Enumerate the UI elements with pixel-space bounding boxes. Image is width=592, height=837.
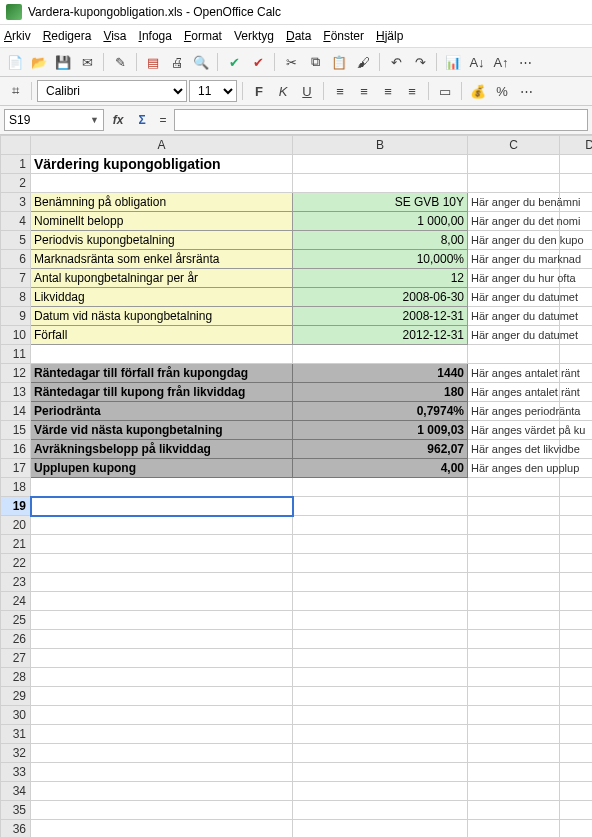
cell[interactable] xyxy=(293,687,468,706)
row-header[interactable]: 25 xyxy=(1,611,31,630)
cell[interactable] xyxy=(560,649,593,668)
cell[interactable]: 12 xyxy=(293,269,468,288)
cell[interactable]: SE GVB 10Y xyxy=(293,193,468,212)
cell[interactable]: Antal kupongbetalningar per år xyxy=(31,269,293,288)
cell[interactable] xyxy=(560,668,593,687)
cell[interactable]: Här anges antalet ränt xyxy=(468,364,560,383)
cell[interactable] xyxy=(560,611,593,630)
cell[interactable] xyxy=(560,820,593,838)
cell[interactable]: Här anges det likvidbe xyxy=(468,440,560,459)
corner-cell[interactable] xyxy=(1,136,31,155)
cell[interactable] xyxy=(31,782,293,801)
underline-button[interactable]: U xyxy=(296,80,318,102)
cell[interactable] xyxy=(560,478,593,497)
cell[interactable] xyxy=(31,174,293,193)
cell[interactable] xyxy=(468,478,560,497)
cell[interactable] xyxy=(31,573,293,592)
cell[interactable]: Avräkningsbelopp på likviddag xyxy=(31,440,293,459)
cell[interactable]: Här anges den upplup xyxy=(468,459,560,478)
cell[interactable] xyxy=(560,801,593,820)
cell[interactable] xyxy=(293,630,468,649)
cell[interactable] xyxy=(468,668,560,687)
cell[interactable] xyxy=(293,706,468,725)
row-header[interactable]: 12 xyxy=(1,364,31,383)
col-header-b[interactable]: B xyxy=(293,136,468,155)
email-button[interactable]: ✉ xyxy=(76,51,98,73)
cell[interactable]: Förfall xyxy=(31,326,293,345)
cell[interactable] xyxy=(468,155,560,174)
row-header[interactable]: 15 xyxy=(1,421,31,440)
cell[interactable]: 4,00 xyxy=(293,459,468,478)
name-box[interactable]: S19 ▼ xyxy=(4,109,104,131)
cell[interactable]: Upplupen kupong xyxy=(31,459,293,478)
menu-file[interactable]: Arkiv xyxy=(4,29,31,43)
row-header[interactable]: 36 xyxy=(1,820,31,838)
cell[interactable]: 2008-06-30 xyxy=(293,288,468,307)
namebox-dropdown-icon[interactable]: ▼ xyxy=(90,115,99,125)
cell[interactable] xyxy=(468,592,560,611)
cell[interactable]: 1 009,03 xyxy=(293,421,468,440)
cell[interactable] xyxy=(468,630,560,649)
new-doc-button[interactable]: 📄 xyxy=(4,51,26,73)
paste-button[interactable]: 📋 xyxy=(328,51,350,73)
row-header[interactable]: 33 xyxy=(1,763,31,782)
row-header[interactable]: 17 xyxy=(1,459,31,478)
cell[interactable] xyxy=(468,820,560,838)
row-header[interactable]: 20 xyxy=(1,516,31,535)
cell[interactable] xyxy=(468,497,560,516)
cell[interactable] xyxy=(468,516,560,535)
menu-tools[interactable]: Verktyg xyxy=(234,29,274,43)
cell[interactable] xyxy=(293,497,468,516)
cell[interactable]: Benämning på obligation xyxy=(31,193,293,212)
row-header[interactable]: 9 xyxy=(1,307,31,326)
col-header-d[interactable]: D xyxy=(560,136,593,155)
cell[interactable] xyxy=(31,687,293,706)
cell[interactable] xyxy=(468,649,560,668)
cell[interactable] xyxy=(31,763,293,782)
row-header[interactable]: 21 xyxy=(1,535,31,554)
cell[interactable] xyxy=(560,155,593,174)
cell[interactable] xyxy=(31,497,293,516)
cell[interactable]: Här anges värdet på ku xyxy=(468,421,560,440)
cell[interactable] xyxy=(468,801,560,820)
font-size-select[interactable]: 11 xyxy=(189,80,237,102)
row-header[interactable]: 3 xyxy=(1,193,31,212)
sheet-area[interactable]: A B C D 1Värdering kupongobligation23Ben… xyxy=(0,135,592,837)
cell[interactable]: Här anger du datumet xyxy=(468,288,560,307)
italic-button[interactable]: K xyxy=(272,80,294,102)
cell[interactable] xyxy=(468,687,560,706)
cell[interactable]: Här anger du marknad xyxy=(468,250,560,269)
cell[interactable] xyxy=(31,820,293,838)
sort-desc-button[interactable]: A↑ xyxy=(490,51,512,73)
function-eq-button[interactable]: = xyxy=(156,113,170,127)
row-header[interactable]: 30 xyxy=(1,706,31,725)
export-pdf-button[interactable]: ▤ xyxy=(142,51,164,73)
cell[interactable]: 0,7974% xyxy=(293,402,468,421)
cell[interactable] xyxy=(468,573,560,592)
cell[interactable] xyxy=(31,345,293,364)
cell[interactable]: Värde vid nästa kupongbetalning xyxy=(31,421,293,440)
menu-format[interactable]: Format xyxy=(184,29,222,43)
cell[interactable] xyxy=(293,516,468,535)
cell[interactable]: Här anges periodränta xyxy=(468,402,560,421)
cell[interactable] xyxy=(293,668,468,687)
menu-data[interactable]: Data xyxy=(286,29,311,43)
cell[interactable] xyxy=(31,535,293,554)
cell[interactable] xyxy=(468,345,560,364)
cell[interactable] xyxy=(293,155,468,174)
col-header-a[interactable]: A xyxy=(31,136,293,155)
row-header[interactable]: 7 xyxy=(1,269,31,288)
edit-mode-button[interactable]: ✎ xyxy=(109,51,131,73)
currency-button[interactable]: 💰 xyxy=(467,80,489,102)
cell[interactable] xyxy=(293,573,468,592)
more-format-button[interactable]: ⋯ xyxy=(515,80,537,102)
cell[interactable]: Likviddag xyxy=(31,288,293,307)
row-header[interactable]: 6 xyxy=(1,250,31,269)
sort-asc-button[interactable]: A↓ xyxy=(466,51,488,73)
row-header[interactable]: 23 xyxy=(1,573,31,592)
cell[interactable] xyxy=(293,649,468,668)
row-header[interactable]: 18 xyxy=(1,478,31,497)
row-header[interactable]: 22 xyxy=(1,554,31,573)
cell[interactable] xyxy=(293,478,468,497)
cell[interactable] xyxy=(31,706,293,725)
